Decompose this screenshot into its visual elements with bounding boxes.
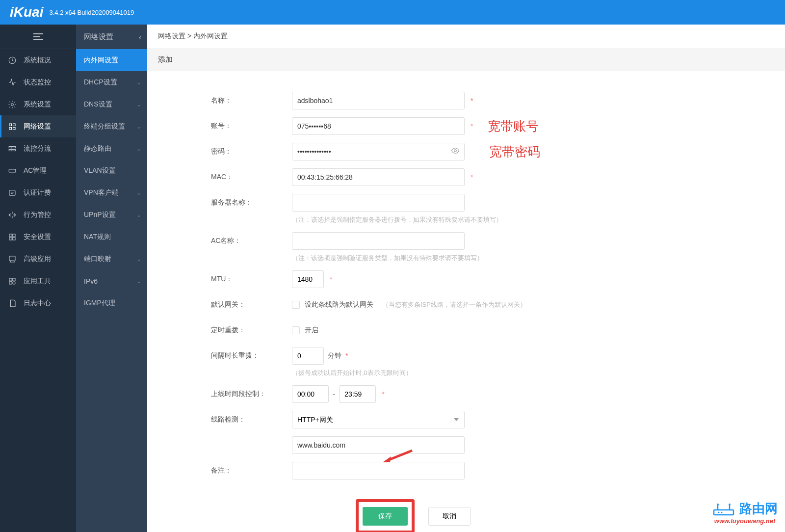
sub-item-dhcp[interactable]: DHCP设置⌄	[76, 71, 147, 93]
redial-checkbox-label: 开启	[305, 326, 318, 335]
sub-item-label: 内外网设置	[84, 56, 118, 65]
chevron-down-icon: ⌄	[136, 256, 141, 263]
gateway-hint: （当您有多条ISP线路，请选择一条作为默认网关）	[382, 300, 526, 309]
detection-select[interactable]: HTTP+网关	[292, 411, 465, 428]
svg-rect-4	[9, 127, 12, 130]
svg-rect-2	[9, 124, 12, 126]
nav-item-security[interactable]: 安全设置	[0, 226, 76, 248]
watermark-url: www.luyouwang.net	[712, 517, 778, 525]
redial-checkbox[interactable]	[292, 326, 300, 334]
nav-item-network[interactable]: 网络设置	[0, 115, 76, 137]
sub-item-igmp[interactable]: IGMP代理	[76, 292, 147, 314]
nav-label: 系统概况	[24, 56, 51, 65]
nav-label: 认证计费	[24, 188, 51, 197]
nav-label: 状态监控	[24, 78, 51, 87]
watermark-brand: 路由网	[739, 500, 778, 517]
interval-input[interactable]	[292, 347, 324, 365]
ac-name-input[interactable]	[292, 232, 465, 250]
nav-label: 应用工具	[24, 277, 51, 286]
sub-item-nat[interactable]: NAT规则	[76, 226, 147, 248]
menu-toggle-button[interactable]	[0, 25, 76, 49]
chevron-down-icon: ⌄	[136, 212, 141, 218]
sub-item-label: 静态路由	[84, 144, 111, 153]
save-button[interactable]: 保存	[363, 507, 408, 526]
required-mark: *	[345, 352, 348, 360]
ac-name-label: AC名称：	[211, 237, 292, 245]
server-name-input[interactable]	[292, 194, 465, 212]
svg-point-19	[454, 150, 457, 152]
online-time-start-input[interactable]	[292, 385, 329, 403]
svg-rect-12	[9, 237, 12, 239]
svg-rect-14	[9, 256, 15, 261]
version-text: 3.4.2 x64 Build202009041019	[49, 9, 134, 16]
log-icon	[8, 299, 17, 308]
nav-item-log[interactable]: 日志中心	[0, 292, 76, 314]
svg-rect-9	[9, 190, 15, 195]
time-separator: -	[333, 390, 335, 399]
svg-rect-16	[13, 278, 15, 281]
chevron-down-icon: ⌄	[136, 189, 141, 196]
account-input[interactable]	[292, 117, 465, 135]
nav-item-monitor[interactable]: 状态监控	[0, 71, 76, 93]
chevron-down-icon: ⌄	[136, 79, 141, 86]
redial-label: 定时重拨：	[211, 326, 292, 335]
sub-item-vpn[interactable]: VPN客户端⌄	[76, 182, 147, 204]
sub-item-label: UPnP设置	[84, 211, 116, 219]
sub-item-upnp[interactable]: UPnP设置⌄	[76, 204, 147, 226]
router-icon	[712, 502, 735, 516]
sub-item-port-mapping[interactable]: 端口映射⌄	[76, 248, 147, 270]
nav-item-auth[interactable]: 认证计费	[0, 182, 76, 204]
chevron-left-icon: ‹	[139, 33, 141, 41]
nav-item-behavior[interactable]: 行为管控	[0, 204, 76, 226]
password-input[interactable]	[292, 143, 465, 160]
required-mark: *	[471, 122, 473, 130]
svg-point-1	[11, 103, 14, 106]
detection-url-input[interactable]	[292, 436, 465, 454]
gateway-label: 默认网关：	[211, 300, 292, 309]
sub-item-static-route[interactable]: 静态路由⌄	[76, 137, 147, 160]
name-input[interactable]	[292, 92, 465, 109]
behavior-icon	[8, 211, 17, 219]
mtu-input[interactable]	[292, 270, 324, 288]
svg-rect-7	[9, 149, 16, 151]
sub-item-label: DHCP设置	[84, 78, 117, 87]
sub-item-wan-lan[interactable]: 内外网设置	[76, 49, 147, 71]
svg-rect-20	[714, 510, 733, 515]
nav-item-system[interactable]: 系统设置	[0, 93, 76, 115]
watermark: 路由网 www.luyouwang.net	[712, 500, 778, 525]
sub-item-terminal-group[interactable]: 终端分组设置⌄	[76, 115, 147, 137]
svg-rect-13	[13, 237, 15, 239]
chevron-down-icon: ⌄	[136, 101, 141, 108]
nav-item-flow[interactable]: 流控分流	[0, 137, 76, 160]
flow-icon	[8, 144, 17, 153]
online-time-end-input[interactable]	[339, 385, 376, 403]
sub-item-label: DNS设置	[84, 100, 112, 109]
sub-item-vlan[interactable]: VLAN设置	[76, 160, 147, 182]
breadcrumb: 网络设置 > 内外网设置	[147, 25, 785, 48]
secondary-header-label: 网络设置	[84, 32, 113, 42]
nav-item-ac[interactable]: AC管理	[0, 160, 76, 182]
tools-icon	[8, 277, 17, 286]
nav-item-overview[interactable]: 系统概况	[0, 49, 76, 71]
nav-item-tools[interactable]: 应用工具	[0, 270, 76, 292]
breadcrumb-current: 内外网设置	[193, 32, 228, 40]
sub-item-label: NAT规则	[84, 233, 111, 241]
nav-item-advanced[interactable]: 高级应用	[0, 248, 76, 270]
auth-icon	[8, 188, 17, 197]
ac-icon	[8, 166, 17, 175]
gateway-checkbox[interactable]	[292, 301, 300, 309]
account-annotation: 宽带账号	[488, 118, 539, 135]
cancel-button[interactable]: 取消	[428, 507, 471, 526]
remark-input[interactable]	[292, 462, 465, 479]
breadcrumb-parent[interactable]: 网络设置	[158, 32, 185, 40]
svg-rect-6	[9, 146, 16, 148]
eye-icon[interactable]	[451, 146, 460, 157]
sub-item-label: 端口映射	[84, 255, 111, 264]
sub-item-dns[interactable]: DNS设置⌄	[76, 93, 147, 115]
form: 名称： * 账号： * 宽带账号 密码： 宽带密码	[147, 71, 785, 532]
secondary-sidebar-header[interactable]: 网络设置 ‹	[76, 25, 147, 49]
mac-input[interactable]	[292, 168, 465, 186]
sub-item-ipv6[interactable]: IPv6⌄	[76, 270, 147, 292]
sub-item-label: IPv6	[84, 277, 98, 285]
remark-label: 备注：	[211, 466, 292, 475]
